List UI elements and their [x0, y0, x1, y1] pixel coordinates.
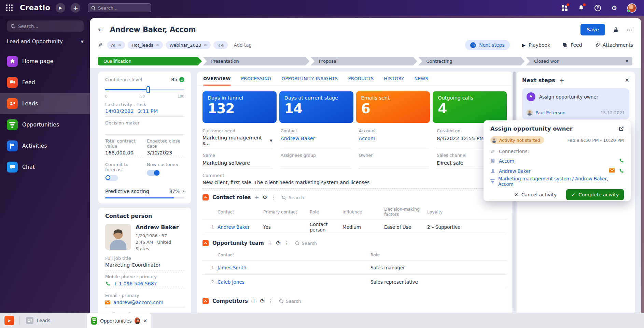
- field-account[interactable]: Account Accom: [359, 128, 429, 148]
- tab-processing[interactable]: PROCESSING: [241, 72, 271, 86]
- kpi-emails-sent[interactable]: Emails sent6: [356, 91, 430, 123]
- table-row[interactable]: 1 Andrew Baker Yes Contact person Medium…: [202, 220, 507, 234]
- connection-account-link[interactable]: Accom: [499, 158, 514, 164]
- phone-icon[interactable]: [619, 158, 624, 163]
- section-search[interactable]: Search: [279, 299, 301, 304]
- tab-products[interactable]: PRODUCTS: [348, 72, 374, 86]
- chevron-down-icon[interactable]: ▼: [270, 139, 272, 143]
- table-row[interactable]: 2 Caleb Jones Sales representative: [202, 275, 507, 289]
- cancel-activity-button[interactable]: ✕ Cancel activity: [514, 192, 557, 197]
- taskbar-tab-opportunities[interactable]: Opportunities ✕: [87, 313, 151, 328]
- stage-proposal[interactable]: Proposal: [310, 57, 417, 65]
- close-date-value[interactable]: 3/12/2023: [147, 150, 184, 155]
- chevron-down-icon[interactable]: ▼: [626, 57, 628, 65]
- tab-overview[interactable]: OVERVIEW: [203, 72, 231, 86]
- more-actions-icon[interactable]: ⋯: [627, 26, 633, 33]
- add-tag-button[interactable]: Add tag: [234, 42, 252, 48]
- email-link[interactable]: andrew@accom.com: [113, 300, 163, 305]
- kebab-menu-icon[interactable]: ⋮: [268, 299, 273, 303]
- remove-tag-icon[interactable]: ✕: [204, 43, 207, 47]
- field-comment[interactable]: Comment New client, first sale. The clie…: [202, 173, 507, 189]
- kebab-menu-icon[interactable]: ⋮: [271, 195, 276, 200]
- attachments-button[interactable]: Attachments: [594, 42, 633, 48]
- marketplace-icon[interactable]: [561, 5, 568, 11]
- commit-forecast-toggle[interactable]: [105, 175, 118, 181]
- table-row[interactable]: 1 James Smith Sales manager: [202, 260, 507, 275]
- tab-opportunity-insights[interactable]: OPPORTUNITY INSIGHTS: [282, 72, 338, 86]
- playbook-button[interactable]: ▶ Playbook: [522, 42, 550, 48]
- sidebar-item-opportunities[interactable]: Opportunities: [0, 114, 90, 135]
- complete-activity-button[interactable]: ✓ Complete acivity: [566, 189, 624, 200]
- global-search[interactable]: [88, 3, 151, 12]
- section-search[interactable]: Search: [295, 241, 317, 246]
- global-search-input[interactable]: [98, 5, 142, 11]
- tab-history[interactable]: HISTORY: [384, 72, 404, 86]
- sidebar-item-activities[interactable]: Activities: [0, 135, 90, 156]
- add-icon[interactable]: +: [268, 240, 272, 246]
- collapse-icon[interactable]: [202, 240, 209, 246]
- mobile-phone-link[interactable]: + 1 096 546 5687: [113, 281, 157, 286]
- field-name[interactable]: Name Marketing software: [202, 153, 272, 168]
- tag[interactable]: AI✕: [107, 41, 125, 49]
- stage-closed-won[interactable]: Closed won ▼: [526, 57, 632, 65]
- confidence-slider[interactable]: [105, 86, 184, 93]
- add-icon[interactable]: +: [252, 298, 256, 304]
- workspace-selector[interactable]: Lead and Opportunity ▼: [7, 39, 84, 45]
- sidebar-item-feed[interactable]: Feed: [0, 72, 90, 93]
- section-search[interactable]: Search: [282, 195, 304, 200]
- job-title-value[interactable]: Marketing Coordinator: [105, 262, 184, 268]
- stage-presentation[interactable]: Presentation: [203, 57, 309, 65]
- last-activity-date-link[interactable]: 14/03/2022: [105, 108, 134, 114]
- lock-icon[interactable]: [613, 27, 618, 33]
- slider-thumb[interactable]: [146, 86, 150, 93]
- stage-contracting[interactable]: Contracting: [418, 57, 525, 65]
- contact-photo[interactable]: [105, 224, 131, 250]
- remove-tag-icon[interactable]: ✕: [118, 43, 121, 47]
- field-owner[interactable]: Owner: [359, 153, 429, 168]
- refresh-icon[interactable]: ⟳: [276, 240, 280, 246]
- add-step-icon[interactable]: +: [559, 77, 564, 84]
- feed-button[interactable]: Feed: [562, 42, 582, 48]
- close-icon[interactable]: ✕: [143, 318, 147, 324]
- field-customer-need[interactable]: Customer need Marketing management s...▼: [202, 128, 272, 148]
- help-icon[interactable]: ?: [594, 5, 601, 11]
- status-badge[interactable]: Activity not started: [490, 136, 544, 144]
- back-arrow-icon[interactable]: ←: [98, 26, 104, 34]
- tab-news[interactable]: NEWS: [415, 72, 429, 86]
- sidebar-search-input[interactable]: [18, 24, 73, 29]
- run-process-button[interactable]: ▶: [56, 3, 65, 13]
- phone-icon[interactable]: [619, 168, 624, 174]
- kpi-days-in-funnel[interactable]: Days in funnel132: [202, 91, 277, 123]
- new-customer-toggle[interactable]: [147, 170, 160, 176]
- tcv-value[interactable]: 168,000.00: [105, 150, 143, 155]
- collapse-icon[interactable]: [202, 194, 209, 200]
- open-record-icon[interactable]: [619, 126, 624, 131]
- creatio-taskbar-icon[interactable]: ➤: [4, 316, 14, 325]
- add-icon[interactable]: +: [255, 195, 259, 200]
- edit-tags-pencil-icon[interactable]: ✎: [98, 42, 102, 48]
- next-step-card[interactable]: ⚑ Assign opportunity owner Paul Peterson…: [522, 88, 629, 119]
- app-grid-icon[interactable]: [6, 4, 13, 11]
- tag[interactable]: Webinar_2023✕: [166, 41, 211, 49]
- mail-icon[interactable]: [609, 168, 615, 173]
- sidebar-item-leads[interactable]: Leads: [0, 93, 90, 114]
- close-icon[interactable]: ✕: [625, 77, 629, 84]
- refresh-icon[interactable]: ⟳: [260, 298, 264, 304]
- collapse-icon[interactable]: [202, 298, 209, 304]
- last-activity-time-link[interactable]: 3:11 PM: [138, 108, 158, 114]
- chevron-right-icon[interactable]: ›: [182, 188, 184, 194]
- remove-tag-icon[interactable]: ✕: [156, 43, 159, 47]
- field-assignees-group[interactable]: Assignees group: [281, 153, 351, 168]
- add-new-button[interactable]: +: [71, 3, 80, 13]
- connection-contact-link[interactable]: Andrew Baker: [499, 168, 531, 174]
- more-tags-badge[interactable]: +4: [213, 41, 227, 49]
- kpi-outgoing-calls[interactable]: Outgoing calls4: [433, 91, 507, 123]
- next-steps-toggle-button[interactable]: → Next steps: [465, 40, 510, 50]
- save-button[interactable]: Save: [580, 24, 605, 35]
- step-owner-link[interactable]: Paul Peterson: [535, 110, 565, 115]
- kpi-days-at-stage[interactable]: Days at current stage14: [279, 91, 353, 123]
- stage-qualification[interactable]: Qualification: [98, 57, 202, 65]
- kebab-menu-icon[interactable]: ⋮: [284, 241, 289, 245]
- refresh-icon[interactable]: ⟳: [263, 195, 267, 200]
- sidebar-item-chat[interactable]: Chat: [0, 156, 90, 178]
